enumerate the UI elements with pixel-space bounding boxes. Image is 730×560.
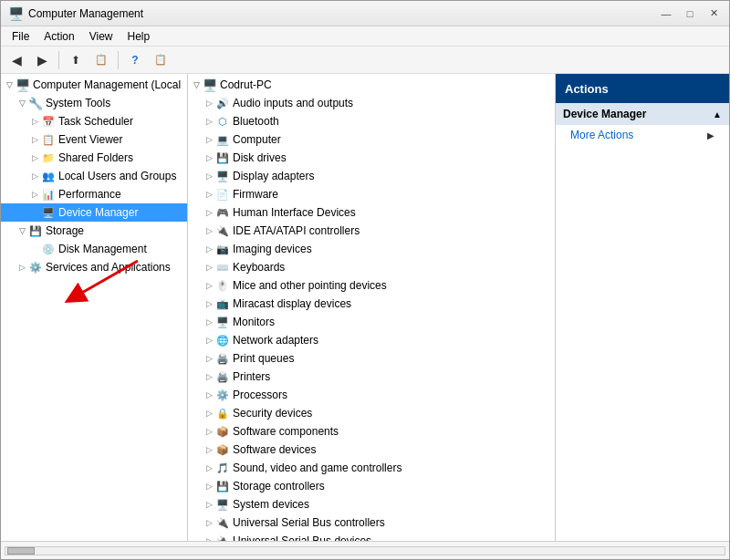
bluetooth-label: Bluetooth (233, 115, 279, 128)
maximize-button[interactable]: □ (678, 5, 702, 23)
device-imaging[interactable]: ▷ 📷 Imaging devices (188, 240, 555, 258)
device-sound[interactable]: ▷ 🎵 Sound, video and game controllers (188, 459, 555, 477)
scrollbar-track[interactable] (5, 546, 725, 555)
menu-file[interactable]: File (5, 28, 36, 45)
content-area: ▽ 🖥️ Computer Management (Local ▽ 🔧 Syst… (1, 74, 729, 541)
sound-icon: 🎵 (215, 461, 230, 475)
shared-folders-label: Shared Folders (58, 151, 133, 164)
device-processors[interactable]: ▷ ⚙️ Processors (188, 386, 555, 404)
disk-management-label: Disk Management (58, 243, 147, 255)
storage-icon: 💾 (28, 223, 43, 238)
keyboards-icon: ⌨️ (215, 260, 230, 275)
task-scheduler-expand-icon: ▷ (28, 117, 41, 126)
tree-root[interactable]: ▽ 🖥️ Computer Management (Local (1, 76, 187, 94)
device-miracast[interactable]: ▷ 📺 Miracast display devices (188, 295, 555, 313)
toolbar-back[interactable]: ◀ (5, 49, 28, 71)
device-usb-controllers[interactable]: ▷ 🔌 Universal Serial Bus controllers (188, 513, 555, 532)
device-disk[interactable]: ▷ 💾 Disk drives (188, 149, 555, 167)
toolbar-export[interactable]: 📋 (149, 49, 172, 71)
device-bluetooth[interactable]: ▷ ⬡ Bluetooth (188, 112, 555, 130)
monitors-icon: 🖥️ (215, 315, 230, 329)
system-tools-icon: 🔧 (28, 96, 43, 110)
security-expand: ▷ (203, 409, 215, 418)
print-queues-expand: ▷ (203, 354, 215, 363)
device-mice[interactable]: ▷ 🖱️ Mice and other pointing devices (188, 276, 555, 295)
tree-item-performance[interactable]: ▷ 📊 Performance (1, 185, 187, 203)
tree-item-local-users[interactable]: ▷ 👥 Local Users and Groups (1, 167, 187, 185)
device-firmware[interactable]: ▷ 📄 Firmware (188, 185, 555, 203)
network-expand: ▷ (203, 336, 215, 345)
keyboards-expand: ▷ (203, 263, 215, 272)
toolbar: ◀ ▶ ⬆ 📋 ? 📋 (1, 47, 729, 74)
storage-ctrl-label: Storage controllers (233, 480, 325, 493)
tree-item-shared-folders[interactable]: ▷ 📁 Shared Folders (1, 149, 187, 167)
actions-section-device-manager[interactable]: Device Manager ▲ (556, 103, 729, 125)
disk-label: Disk drives (233, 151, 287, 164)
sw-components-label: Software components (233, 425, 339, 438)
minimize-button[interactable]: — (654, 5, 678, 23)
device-printers[interactable]: ▷ 🖨️ Printers (188, 368, 555, 386)
tree-item-system-tools[interactable]: ▽ 🔧 System Tools (1, 94, 187, 112)
tree-item-storage[interactable]: ▽ 💾 Storage (1, 222, 187, 240)
toolbar-copy[interactable]: 📋 (89, 49, 113, 71)
tree-item-services[interactable]: ▷ ⚙️ Services and Applications (1, 258, 187, 276)
menu-action[interactable]: Action (36, 28, 81, 45)
toolbar-forward[interactable]: ▶ (30, 49, 54, 71)
device-storage-controllers[interactable]: ▷ 💾 Storage controllers (188, 477, 555, 495)
scrollbar-thumb[interactable] (7, 547, 35, 555)
tree-item-disk-management[interactable]: 💿 Disk Management (1, 240, 187, 258)
device-print-queues[interactable]: ▷ 🖨️ Print queues (188, 349, 555, 368)
device-audio[interactable]: ▷ 🔊 Audio inputs and outputs (188, 94, 555, 112)
hid-icon: 🎮 (215, 205, 230, 220)
storage-ctrl-icon: 💾 (215, 479, 230, 493)
firmware-icon: 📄 (215, 187, 230, 202)
sw-components-expand: ▷ (203, 427, 215, 436)
tree-item-device-manager[interactable]: 🖥️ Device Manager (1, 203, 187, 222)
sound-expand: ▷ (203, 463, 215, 472)
performance-icon: 📊 (41, 187, 56, 202)
usb-devices-label: Universal Serial Bus devices (233, 534, 371, 541)
printers-label: Printers (233, 370, 270, 383)
toolbar-sep-2 (118, 51, 119, 69)
device-root[interactable]: ▽ 🖥️ Codrut-PC (188, 76, 555, 94)
toolbar-up[interactable]: ⬆ (64, 49, 88, 71)
performance-expand-icon: ▷ (28, 190, 41, 199)
device-display[interactable]: ▷ 🖥️ Display adapters (188, 167, 555, 185)
more-actions-arrow-icon: ▶ (707, 130, 714, 140)
device-computer[interactable]: ▷ 💻 Computer (188, 130, 555, 149)
content-wrapper: ▽ 🖥️ Computer Management (Local ▽ 🔧 Syst… (1, 74, 729, 541)
device-keyboards[interactable]: ▷ ⌨️ Keyboards (188, 258, 555, 276)
device-monitors[interactable]: ▷ 🖥️ Monitors (188, 313, 555, 331)
device-network[interactable]: ▷ 🌐 Network adapters (188, 331, 555, 349)
task-scheduler-label: Task Scheduler (58, 115, 133, 128)
device-software-components[interactable]: ▷ 📦 Software components (188, 422, 555, 441)
close-button[interactable]: ✕ (702, 5, 725, 23)
storage-ctrl-expand: ▷ (203, 482, 215, 491)
menu-view[interactable]: View (82, 28, 120, 45)
audio-expand: ▷ (203, 99, 215, 108)
device-ide[interactable]: ▷ 🔌 IDE ATA/ATAPI controllers (188, 222, 555, 240)
ide-expand: ▷ (203, 226, 215, 235)
network-label: Network adapters (233, 334, 318, 347)
menu-help[interactable]: Help (120, 28, 158, 45)
miracast-expand: ▷ (203, 299, 215, 308)
miracast-label: Miracast display devices (233, 297, 351, 310)
device-software-devices[interactable]: ▷ 📦 Software devices (188, 441, 555, 459)
device-hid[interactable]: ▷ 🎮 Human Interface Devices (188, 203, 555, 222)
disk-management-icon: 💿 (41, 242, 56, 256)
storage-label: Storage (46, 224, 84, 237)
tree-item-task-scheduler[interactable]: ▷ 📅 Task Scheduler (1, 112, 187, 130)
firmware-expand: ▷ (203, 190, 215, 199)
device-system-devices[interactable]: ▷ 🖥️ System devices (188, 495, 555, 513)
local-users-expand-icon: ▷ (28, 171, 41, 181)
sw-devices-label: Software devices (233, 443, 316, 456)
computer-label: Computer (233, 133, 281, 146)
tree-item-event-viewer[interactable]: ▷ 📋 Event Viewer (1, 130, 187, 149)
window-title: Computer Management (28, 7, 143, 20)
device-security[interactable]: ▷ 🔒 Security devices (188, 404, 555, 422)
display-label: Display adapters (233, 170, 314, 182)
toolbar-help[interactable]: ? (123, 49, 147, 71)
title-bar-left: 🖥️ Computer Management (8, 6, 143, 21)
device-usb-devices[interactable]: ▷ 🔌 Universal Serial Bus devices (188, 532, 555, 541)
action-more-actions[interactable]: More Actions ▶ (556, 125, 729, 145)
